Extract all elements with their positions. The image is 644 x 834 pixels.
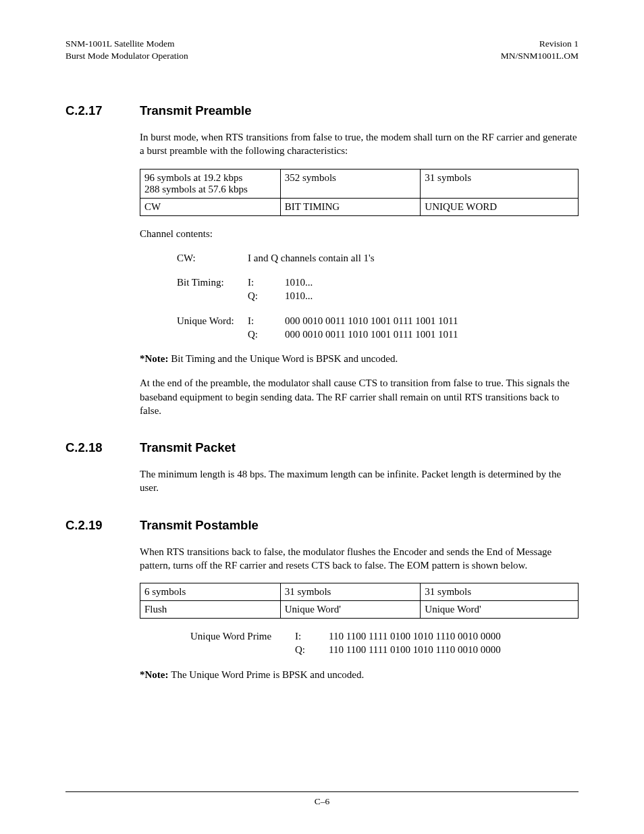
cell-line: 96 symbols at 19.2 kbps <box>144 172 276 184</box>
note-paragraph: *Note: The Unique Word Prime is BPSK and… <box>140 668 579 681</box>
q-value: 1010... <box>285 289 579 303</box>
q-label: Q: <box>248 328 285 341</box>
section-c217: C.2.17 Transmit Preamble In burst mode, … <box>65 103 579 417</box>
header-left-line2: Burst Mode Modulator Operation <box>65 50 188 62</box>
bit-timing-values: 1010... 1010... <box>285 276 579 303</box>
note-body: Bit Timing and the Unique Word is BPSK a… <box>171 353 398 364</box>
uwp-values: 110 1100 1111 0100 1010 1110 0010 0000 1… <box>329 629 501 657</box>
table-cell: 31 symbols <box>421 169 579 198</box>
bit-timing-row: Bit Timing: I: Q: 1010... 1010... <box>177 276 579 303</box>
page: SNM-1001L Satellite Modem Burst Mode Mod… <box>0 0 644 834</box>
table-row: 6 symbols 31 symbols 31 symbols <box>140 583 579 601</box>
page-header: SNM-1001L Satellite Modem Burst Mode Mod… <box>65 38 579 61</box>
table-row: 96 symbols at 19.2 kbps 288 symbols at 5… <box>140 169 579 198</box>
table-row: CW BIT TIMING UNIQUE WORD <box>140 198 579 215</box>
q-label: Q: <box>248 289 285 303</box>
table-cell: CW <box>140 198 281 215</box>
header-right-line2: MN/SNM1001L.OM <box>501 50 579 62</box>
cw-label: CW: <box>177 251 248 265</box>
note-paragraph: *Note: Bit Timing and the Unique Word is… <box>140 352 579 365</box>
section-c219: C.2.19 Transmit Postamble When RTS trans… <box>65 518 579 681</box>
note-body: The Unique Word Prime is BPSK and uncode… <box>171 669 364 680</box>
iq-column: I: Q: <box>248 276 285 303</box>
iq-column: I: Q: <box>248 314 285 342</box>
intro-paragraph: In burst mode, when RTS transitions from… <box>140 130 579 158</box>
uwp-label: Unique Word Prime <box>190 629 295 657</box>
table-cell: 352 symbols <box>280 169 421 198</box>
page-number: C–6 <box>315 796 330 806</box>
table-cell: Unique Word' <box>280 601 421 619</box>
section-title: Transmit Postamble <box>140 518 259 533</box>
i-label: I: <box>295 629 329 643</box>
q-label: Q: <box>295 643 329 656</box>
footer-rule <box>65 791 579 792</box>
i-value: 000 0010 0011 1010 1001 0111 1001 1011 <box>285 314 579 328</box>
table-cell: Flush <box>140 601 281 619</box>
section-heading: C.2.17 Transmit Preamble <box>65 103 579 118</box>
section-body: When RTS transitions back to false, the … <box>140 545 579 681</box>
table-cell: 31 symbols <box>421 583 579 601</box>
section-number: C.2.19 <box>65 518 140 533</box>
i-value: 110 1100 1111 0100 1010 1110 0010 0000 <box>329 629 501 643</box>
table-cell: 31 symbols <box>280 583 421 601</box>
unique-word-values: 000 0010 0011 1010 1001 0111 1001 1011 0… <box>285 314 579 342</box>
iq-column: I: Q: <box>295 629 329 657</box>
q-value: 000 0010 0011 1010 1001 0111 1001 1011 <box>285 328 579 341</box>
channel-contents-label: Channel contents: <box>140 227 579 240</box>
cell-line: 288 symbols at 57.6 kbps <box>144 184 276 195</box>
note-label: *Note: <box>140 669 171 680</box>
table-cell: UNIQUE WORD <box>421 198 579 215</box>
header-right: Revision 1 MN/SNM1001L.OM <box>501 38 579 61</box>
section-title: Transmit Preamble <box>140 103 252 118</box>
intro-paragraph: When RTS transitions back to false, the … <box>140 545 579 573</box>
i-label: I: <box>248 276 285 289</box>
i-value: 1010... <box>285 276 579 289</box>
section-number: C.2.18 <box>65 440 140 455</box>
section-title: Transmit Packet <box>140 440 236 455</box>
table-cell: Unique Word' <box>421 601 579 619</box>
table-cell: 6 symbols <box>140 583 281 601</box>
unique-word-prime-row: Unique Word Prime I: Q: 110 1100 1111 01… <box>190 629 579 657</box>
postamble-table: 6 symbols 31 symbols 31 symbols Flush Un… <box>140 583 579 619</box>
table-row: Flush Unique Word' Unique Word' <box>140 601 579 619</box>
table-cell: BIT TIMING <box>280 198 421 215</box>
unique-word-row: Unique Word: I: Q: 000 0010 0011 1010 10… <box>177 314 579 342</box>
section-body: The minimum length is 48 bps. The maximu… <box>140 467 579 495</box>
body-paragraph: The minimum length is 48 bps. The maximu… <box>140 467 579 495</box>
cw-row: CW: I and Q channels contain all 1's <box>177 251 579 265</box>
section-heading: C.2.18 Transmit Packet <box>65 440 579 455</box>
outro-paragraph: At the end of the preamble, the modulato… <box>140 376 579 417</box>
bit-timing-label: Bit Timing: <box>177 276 248 303</box>
section-number: C.2.17 <box>65 103 140 118</box>
header-left-line1: SNM-1001L Satellite Modem <box>65 38 188 50</box>
section-c218: C.2.18 Transmit Packet The minimum lengt… <box>65 440 579 495</box>
section-body: In burst mode, when RTS transitions from… <box>140 130 579 417</box>
q-value: 110 1100 1111 0100 1010 1110 0010 0000 <box>329 643 501 656</box>
preamble-table: 96 symbols at 19.2 kbps 288 symbols at 5… <box>140 169 579 216</box>
header-right-line1: Revision 1 <box>501 38 579 50</box>
table-cell: 96 symbols at 19.2 kbps 288 symbols at 5… <box>140 169 281 198</box>
note-label: *Note: <box>140 353 171 364</box>
unique-word-label: Unique Word: <box>177 314 248 342</box>
i-label: I: <box>248 314 285 328</box>
section-heading: C.2.19 Transmit Postamble <box>65 518 579 533</box>
page-footer: C–6 <box>65 791 579 807</box>
header-left: SNM-1001L Satellite Modem Burst Mode Mod… <box>65 38 188 61</box>
cw-value: I and Q channels contain all 1's <box>248 251 579 265</box>
